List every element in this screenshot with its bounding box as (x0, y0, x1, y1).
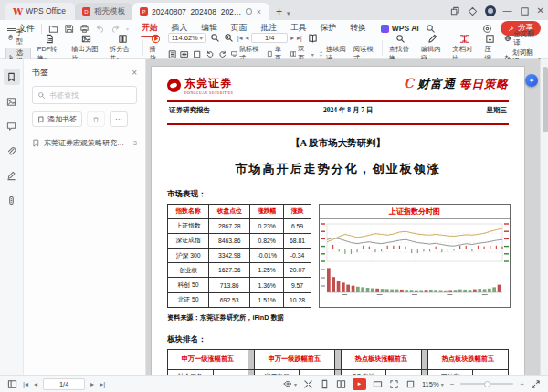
fit-window-icon[interactable] (303, 379, 313, 389)
ai-float-button[interactable]: ✦ (525, 74, 538, 87)
vertical-scrollbar[interactable] (540, 59, 548, 375)
delete-bookmark-button[interactable] (87, 111, 105, 127)
menu-home[interactable]: 开始 (141, 20, 159, 37)
tab-list-chevron-icon[interactable]: ▾ (287, 10, 290, 20)
zoom-slider-knob[interactable] (484, 381, 490, 387)
menu-convert[interactable]: 转换 (349, 20, 367, 37)
scrollbar-thumb[interactable] (543, 67, 548, 132)
add-bookmark-button[interactable]: 添加书签 (32, 111, 82, 127)
stamp-nav-button[interactable] (4, 192, 20, 208)
more-options-button[interactable]: ··· (110, 111, 128, 127)
open-folder-icon[interactable] (48, 24, 58, 34)
tab-docer-templates[interactable]: D 稻壳模板 (75, 3, 132, 20)
undo-icon[interactable] (95, 24, 105, 34)
redo-icon[interactable] (111, 24, 121, 34)
trash-icon (92, 116, 100, 123)
quick-access-chevron-icon[interactable]: ▾ (126, 26, 129, 32)
tab-close-icon[interactable]: × (256, 7, 262, 16)
zoom-in-button[interactable]: + (520, 380, 524, 388)
menu-protect[interactable]: 保护 (320, 20, 338, 37)
prev-page-icon[interactable]: ◂ (34, 380, 37, 388)
member-diamond-icon[interactable] (468, 6, 478, 16)
actual-size-view-icon[interactable] (406, 379, 416, 389)
tab-document[interactable]: P 20240807_202408_2024080 × (132, 3, 269, 20)
market-col-header: 指数名称 (168, 204, 209, 218)
bookmark-search[interactable] (32, 86, 137, 104)
find-replace-button[interactable]: 查找替换 (387, 34, 415, 63)
windows-stack-icon[interactable] (450, 6, 460, 16)
zoom-level-dropdown[interactable]: 115%▾ (422, 380, 444, 388)
view-options-button[interactable]: ▾ (283, 379, 297, 388)
fit-width-icon[interactable] (180, 49, 189, 59)
search-icon[interactable] (426, 24, 436, 34)
pdf-convert-button[interactable]: PDF转换▾ (36, 34, 66, 63)
user-avatar[interactable] (485, 5, 496, 16)
menu-edit[interactable]: 编辑 (200, 20, 218, 37)
save-icon[interactable] (64, 24, 74, 34)
pdf-page: 东莞证券 DONGGUAN SECURITIES C 财富通 每日策略 证券研究… (151, 66, 525, 375)
rotate-right-icon[interactable] (218, 49, 227, 59)
report-weekday: 星期三 (487, 106, 508, 115)
titlebar: W WPS Office D 稻壳模板 P 20240807_202408_20… (0, 0, 548, 20)
panel-close-icon[interactable]: × (132, 68, 137, 78)
print-icon[interactable] (79, 24, 90, 34)
slideshow-play-button[interactable]: ▸ (353, 378, 366, 390)
fit-page-view-icon[interactable] (389, 379, 399, 389)
wps-home-button[interactable]: W WPS Office (5, 3, 75, 20)
minimize-button[interactable]: — (503, 6, 512, 16)
read-mode-button[interactable] (306, 33, 320, 43)
eye-protect-icon[interactable] (482, 24, 492, 34)
fit-page-icon[interactable] (168, 49, 177, 59)
page-indicator-input[interactable]: 1/4 (43, 378, 85, 390)
close-button[interactable]: ✕ (537, 6, 544, 16)
fit-width-view-icon[interactable] (373, 379, 383, 389)
find-replace-icon (395, 34, 406, 44)
hand-tool-button[interactable]: 手型 (5, 28, 31, 47)
thumbnails-nav-button[interactable] (4, 93, 20, 110)
edit-content-button[interactable]: 编辑内容 (419, 34, 447, 63)
continuous-read-icon (318, 50, 324, 58)
menu-comment[interactable]: 批注 (259, 20, 278, 37)
market-label: 市场表现： (167, 189, 509, 200)
wps-logo-icon: W (13, 6, 23, 16)
image-icon (6, 97, 16, 107)
bookmark-search-input[interactable] (49, 91, 122, 100)
doc-compare-icon (459, 34, 469, 44)
zoom-slider[interactable] (460, 383, 513, 385)
bookmark-list-item[interactable]: 东莞证券宏观策略研究团队： 3 (32, 138, 137, 148)
fortune-logo-icon: C (404, 76, 414, 90)
new-tab-button[interactable]: + (269, 5, 287, 20)
double-page-view-icon[interactable] (336, 379, 346, 389)
translate-full-button[interactable]: 全文翻译 (502, 29, 543, 48)
first-page-icon[interactable]: |◂ (23, 380, 28, 388)
market-row: 创业板1627.361.25%20.07 (168, 263, 311, 278)
bookmarks-nav-button[interactable] (4, 69, 20, 85)
last-page-icon[interactable]: ▸| (100, 380, 105, 388)
compress-icon (485, 34, 495, 44)
fullscreen-icon[interactable] (531, 379, 541, 389)
doc-compare-button[interactable]: 文档对比 (451, 34, 479, 63)
play-button[interactable]: 播放 (147, 34, 163, 63)
market-col-header: 涨跌 (284, 204, 311, 218)
attachments-nav-button[interactable] (4, 143, 20, 159)
sidebar-toggle-icon[interactable] (7, 379, 17, 389)
menu-page[interactable]: 页面 (230, 20, 248, 37)
compress-button[interactable]: 压缩 (483, 34, 499, 63)
rotate-left-icon[interactable] (206, 49, 215, 59)
menu-insert[interactable]: 插入 (171, 20, 189, 37)
split-merge-button[interactable]: 拆分合并▾ (108, 34, 138, 63)
bookmark-icon (32, 139, 40, 147)
single-page-view-icon[interactable] (320, 379, 330, 389)
actual-size-icon[interactable] (193, 49, 202, 59)
signature-nav-button[interactable] (4, 167, 20, 184)
rank-row: 社会服务3.79%家用电器-1.16%BC 电池4.24%网约车-2.04% (168, 369, 509, 375)
report-type: 证券研究报告 (169, 106, 210, 115)
wps-ai-icon (381, 25, 389, 33)
maximize-button[interactable] (520, 6, 530, 16)
comments-nav-button[interactable] (4, 118, 20, 134)
export-image-button[interactable]: 输出为图片 (69, 34, 103, 63)
next-page-icon[interactable]: ▸ (90, 380, 94, 388)
zoom-out-button[interactable]: − (450, 380, 455, 388)
wps-ai-button[interactable]: WPS AI (381, 24, 419, 33)
menu-tools[interactable]: 工具 (290, 20, 308, 37)
